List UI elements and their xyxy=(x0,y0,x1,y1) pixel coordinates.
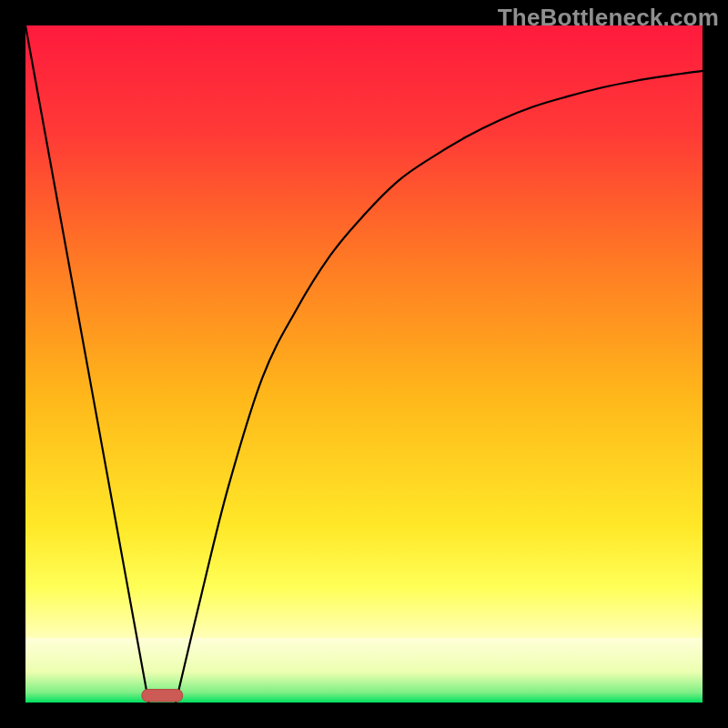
plot-svg xyxy=(25,25,703,703)
min-marker xyxy=(142,690,183,702)
watermark-text: TheBottleneck.com xyxy=(498,4,719,32)
plot-area xyxy=(25,25,703,703)
chart-frame: TheBottleneck.com xyxy=(0,0,728,728)
gradient-background xyxy=(25,25,703,703)
